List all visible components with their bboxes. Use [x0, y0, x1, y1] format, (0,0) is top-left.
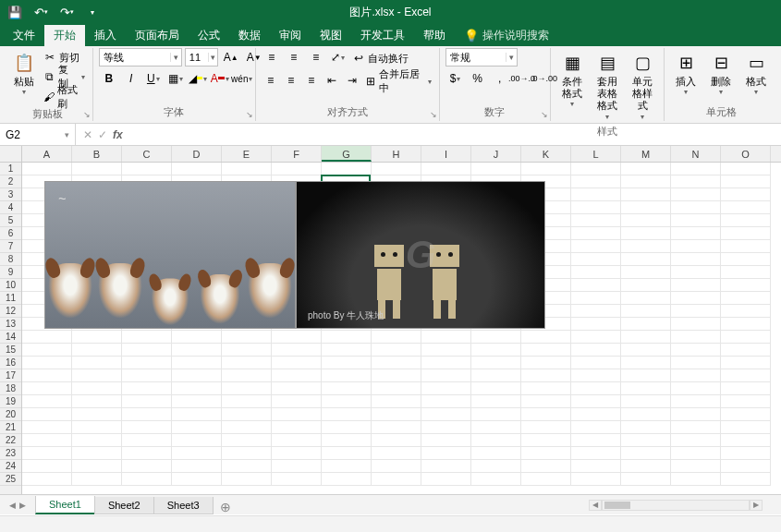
column-header[interactable]: D [172, 146, 222, 162]
cell[interactable] [322, 447, 372, 460]
cell[interactable] [571, 305, 621, 318]
column-header[interactable]: A [22, 146, 72, 162]
cell[interactable] [671, 253, 721, 266]
cell[interactable] [22, 395, 72, 408]
cell[interactable] [372, 369, 421, 382]
row-header[interactable]: 8 [0, 253, 21, 266]
tell-me-search[interactable]: 💡 操作说明搜索 [455, 25, 558, 46]
chevron-down-icon[interactable]: ▾ [506, 53, 517, 62]
format-painter-button[interactable]: 🖌格式刷 [42, 87, 87, 107]
cell[interactable] [571, 421, 621, 434]
cell[interactable] [222, 357, 272, 369]
cell[interactable] [471, 434, 521, 447]
cell[interactable] [22, 473, 72, 486]
cell[interactable] [721, 382, 771, 395]
column-header[interactable]: K [521, 146, 571, 162]
row-header[interactable]: 17 [0, 369, 21, 382]
cell[interactable] [222, 447, 272, 460]
cell[interactable] [372, 408, 421, 421]
cell[interactable] [571, 188, 621, 201]
row-header[interactable]: 24 [0, 460, 21, 473]
cell[interactable] [571, 357, 621, 369]
cell[interactable] [72, 331, 122, 344]
format-as-table-button[interactable]: ▤套用 表格格式▾ [592, 48, 623, 125]
cell[interactable] [322, 395, 372, 408]
tab-developer[interactable]: 开发工具 [351, 25, 414, 46]
delete-cells-button[interactable]: ⊟删除▾ [705, 48, 737, 100]
cell[interactable] [72, 382, 122, 395]
font-color-button[interactable]: A▾ [210, 69, 230, 88]
cell[interactable] [72, 369, 122, 382]
row-header[interactable]: 7 [0, 240, 21, 253]
cell[interactable] [621, 369, 671, 382]
cell[interactable] [571, 227, 621, 240]
cell[interactable] [671, 279, 721, 292]
cell[interactable] [621, 214, 671, 227]
cell[interactable] [322, 473, 372, 486]
sheet-nav-next[interactable]: ▶ [19, 501, 26, 510]
cell[interactable] [721, 434, 771, 447]
column-header[interactable]: G [322, 146, 372, 162]
cell[interactable] [721, 357, 771, 369]
cell[interactable] [671, 395, 721, 408]
cell[interactable] [521, 447, 571, 460]
cell[interactable] [671, 473, 721, 486]
cell[interactable] [22, 434, 72, 447]
cell[interactable] [471, 473, 521, 486]
comma-button[interactable]: , [490, 69, 510, 88]
name-box[interactable]: ▾ [0, 124, 76, 145]
cell[interactable] [322, 331, 372, 344]
percent-button[interactable]: % [468, 69, 488, 88]
merge-center-button[interactable]: ⊞合并后居中▾ [363, 71, 433, 91]
cell[interactable] [721, 395, 771, 408]
cell[interactable] [721, 201, 771, 214]
cell[interactable] [172, 395, 222, 408]
cell[interactable] [721, 408, 771, 421]
cell[interactable] [721, 292, 771, 305]
cell[interactable] [122, 421, 172, 434]
cell[interactable] [471, 382, 521, 395]
cell[interactable] [671, 447, 721, 460]
chevron-down-icon[interactable]: ▾ [208, 53, 216, 62]
column-header[interactable]: M [621, 146, 671, 162]
cell[interactable] [272, 357, 322, 369]
undo-button[interactable]: ↶▾ [31, 3, 50, 21]
underline-button[interactable]: U▾ [143, 69, 164, 88]
qat-customize[interactable]: ▾ [83, 3, 102, 21]
align-bottom-button[interactable]: ≡ [306, 48, 326, 66]
cell[interactable] [621, 331, 671, 344]
cell[interactable] [521, 395, 571, 408]
row-header[interactable]: 9 [0, 266, 21, 279]
cell[interactable] [621, 357, 671, 369]
align-middle-button[interactable]: ≡ [284, 48, 304, 66]
row-header[interactable]: 12 [0, 305, 21, 318]
cell[interactable] [22, 421, 72, 434]
cell[interactable] [721, 227, 771, 240]
font-size-input[interactable] [186, 52, 209, 63]
font-name-input[interactable] [100, 52, 170, 63]
cell[interactable] [671, 163, 721, 175]
cell[interactable] [671, 175, 721, 188]
cell[interactable] [172, 344, 222, 357]
clipboard-launcher[interactable]: ↘ [83, 110, 91, 119]
cell[interactable] [571, 201, 621, 214]
tab-insert[interactable]: 插入 [85, 25, 126, 46]
sheet-tab-3[interactable]: Sheet3 [153, 497, 214, 514]
cell[interactable] [272, 369, 322, 382]
row-header[interactable]: 16 [0, 357, 21, 369]
cell[interactable] [72, 434, 122, 447]
row-header[interactable]: 2 [0, 175, 21, 188]
cell[interactable] [471, 395, 521, 408]
bold-button[interactable]: B [99, 69, 119, 88]
cell[interactable] [272, 395, 322, 408]
cell[interactable] [322, 434, 372, 447]
cell[interactable] [172, 434, 222, 447]
sheet-tab-2[interactable]: Sheet2 [94, 497, 154, 514]
cell[interactable] [222, 408, 272, 421]
italic-button[interactable]: I [121, 69, 141, 88]
column-header[interactable]: E [222, 146, 272, 162]
tab-formulas[interactable]: 公式 [189, 25, 229, 46]
column-header[interactable]: F [272, 146, 322, 162]
cell[interactable] [521, 460, 571, 473]
cell[interactable] [272, 382, 322, 395]
